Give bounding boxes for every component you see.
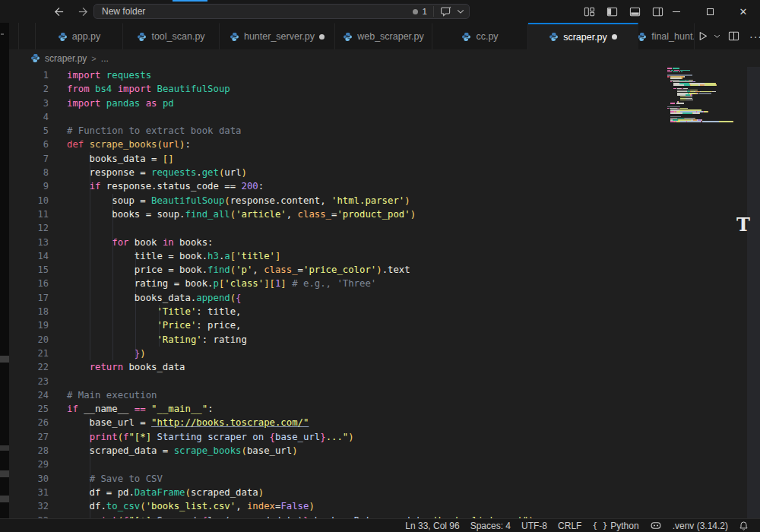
- split-editor-button[interactable]: [726, 27, 742, 46]
- customize-layout-icon[interactable]: [582, 5, 596, 18]
- code-token: as: [146, 98, 157, 109]
- minimize-button[interactable]: [660, 0, 693, 23]
- line-number-gutter[interactable]: 1234567891011121314151617181920212223242…: [9, 68, 49, 518]
- code-token: 'html.parser': [331, 195, 404, 206]
- code-token: ): [376, 264, 382, 275]
- maximize-button[interactable]: [693, 0, 727, 23]
- history-forward-button[interactable]: [74, 3, 91, 20]
- code-token: [146, 404, 151, 414]
- code-editor[interactable]: 1234567891011121314151617181920212223242…: [9, 67, 760, 518]
- line-number: 32: [9, 499, 49, 513]
- code-token: []: [163, 154, 174, 164]
- line-number: 11: [9, 207, 49, 221]
- tab-bar-tabs: app.py tool_scan.py hunter_server.py web…: [36, 23, 695, 49]
- line-number: 23: [9, 375, 49, 388]
- code-line: if response.status_code == 200:: [67, 179, 534, 193]
- run-button[interactable]: [695, 27, 711, 46]
- code-token: scrape_books: [90, 139, 157, 150]
- tab-hunter-server-py[interactable]: hunter_server.py: [220, 23, 335, 49]
- chevron-down-icon[interactable]: [457, 8, 464, 14]
- line-number: 14: [9, 249, 49, 263]
- more-actions-button[interactable]: ···: [745, 27, 760, 46]
- code-line: price = book.find('p', class_='price_col…: [67, 263, 534, 277]
- status-label: Ln 33, Col 96: [405, 521, 459, 531]
- code-line: base_url = "http://books.toscrape.com/": [67, 416, 534, 429]
- split-editor-icon: [728, 30, 739, 42]
- code-area[interactable]: import requestsfrom bs4 import Beautiful…: [67, 68, 534, 518]
- tab-web-scraper-py[interactable]: web_scraper.py: [335, 23, 432, 49]
- code-token: response =: [67, 167, 151, 178]
- code-line: [67, 375, 534, 388]
- status-eol-sequence[interactable]: CRLF: [553, 519, 587, 532]
- code-token: df.: [67, 501, 106, 511]
- code-token: if: [90, 181, 101, 192]
- code-token: :: [185, 139, 191, 150]
- run-dropdown[interactable]: [711, 27, 723, 46]
- breadcrumb: scraper.py > ...: [9, 49, 760, 67]
- code-token: 'article': [236, 209, 287, 220]
- code-token: =: [298, 264, 303, 275]
- code-token: books_data.: [67, 293, 196, 303]
- code-line: df.to_csv('books_list.csv', index=False): [67, 499, 534, 513]
- code-token: response.content,: [230, 195, 331, 206]
- code-token: DataFrame: [135, 487, 185, 498]
- code-line: import pandas as pd: [67, 97, 534, 110]
- close-icon: ✕: [739, 6, 748, 17]
- history-back-button[interactable]: [50, 3, 67, 20]
- code-line: 'Title': title,: [67, 305, 534, 318]
- tab-app-py[interactable]: app.py: [36, 23, 123, 49]
- toggle-panel-icon[interactable]: [628, 5, 641, 18]
- breadcrumb-file[interactable]: scraper.py: [45, 53, 87, 64]
- copilot-chat-icon[interactable]: [440, 6, 452, 17]
- line-number: 25: [9, 402, 49, 416]
- tab-scraper-py[interactable]: scraper.py: [528, 23, 638, 49]
- status-cursor-position[interactable]: Ln 33, Col 96: [400, 519, 464, 532]
- status-language-mode[interactable]: { }Python: [587, 519, 644, 532]
- code-line: books_data.append({: [67, 291, 534, 305]
- code-token: : rating: [202, 334, 247, 345]
- status-indentation[interactable]: Spaces: 4: [465, 519, 516, 532]
- status-encoding[interactable]: UTF-8: [516, 519, 553, 532]
- modified-dot: [612, 34, 617, 40]
- line-number: 12: [9, 221, 49, 235]
- line-number: 6: [9, 138, 49, 151]
- code-token: [157, 98, 162, 109]
- background-window-edge: [0, 23, 9, 518]
- code-line: }): [67, 347, 534, 360]
- tab-tool-scan-py[interactable]: tool_scan.py: [123, 23, 220, 49]
- close-button[interactable]: ✕: [727, 0, 760, 23]
- chevron-right-icon: >: [91, 54, 96, 63]
- tab-label: final_hunt.: [651, 31, 695, 42]
- code-line: 'Price': price,: [67, 318, 534, 332]
- code-token: ): [292, 445, 297, 456]
- code-token: find: [207, 264, 230, 275]
- code-token: a: [224, 251, 230, 261]
- code-token: ==: [135, 404, 146, 414]
- minimap[interactable]: [667, 68, 743, 122]
- code-line: [67, 458, 534, 471]
- python-icon: [230, 32, 239, 42]
- code-token: (: [185, 487, 190, 498]
- editor-actions: ···: [695, 23, 760, 49]
- line-number: 3: [9, 97, 49, 110]
- toggle-primary-sidebar-icon[interactable]: [605, 5, 619, 18]
- code-token: (: [157, 139, 162, 150]
- code-token: [67, 348, 135, 359]
- code-token: [67, 306, 157, 317]
- code-token: class_: [264, 264, 297, 275]
- code-token: ]: [280, 278, 286, 289]
- code-token: in: [163, 237, 174, 248]
- tab-final-hunt[interactable]: final_hunt.: [638, 23, 695, 49]
- breadcrumb-more[interactable]: ...: [101, 53, 109, 64]
- tab-cc-py[interactable]: cc.py: [432, 23, 528, 49]
- status-python-interpreter[interactable]: .venv (3.14.2): [667, 519, 733, 532]
- code-token: return: [90, 362, 123, 372]
- code-token: def: [67, 139, 84, 150]
- editor-scrollbar[interactable]: [747, 67, 760, 518]
- status-copilot-status[interactable]: [644, 519, 667, 532]
- command-center[interactable]: New folder 1: [93, 4, 470, 19]
- status-notifications[interactable]: [733, 519, 754, 532]
- status-label: CRLF: [558, 521, 581, 531]
- window-badge: 1: [423, 7, 427, 16]
- code-token: import: [67, 70, 100, 81]
